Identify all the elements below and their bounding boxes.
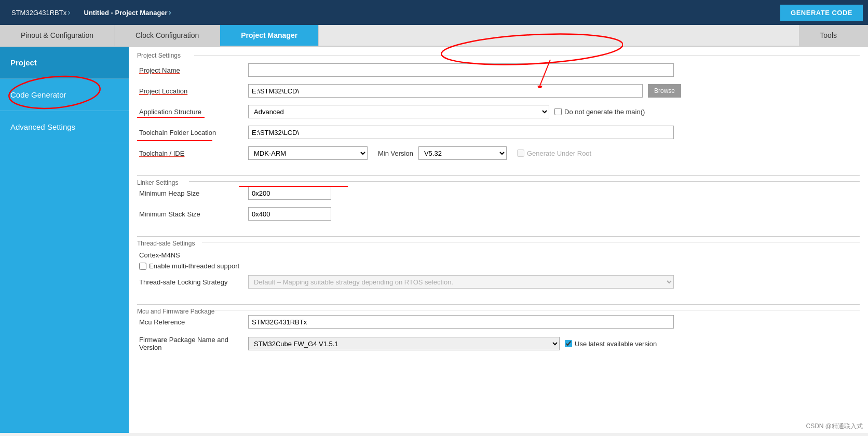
breadcrumb-chip[interactable]: STM32G431RBTx › [5,5,78,20]
thread-settings-label: Thread-safe Settings [137,240,195,247]
tab-project-manager[interactable]: Project Manager [220,25,319,46]
do-not-generate-main-checkbox[interactable] [554,108,562,115]
project-name-row: Project Name [139,63,858,77]
generate-code-button[interactable]: GENERATE CODE [780,5,863,21]
sidebar-item-code-generator[interactable]: Code Generator [0,79,129,111]
browse-button[interactable]: Browse [648,84,681,98]
do-not-generate-main-label[interactable]: Do not generate the main() [554,108,645,116]
tab-tools[interactable]: Tools [799,25,868,46]
generate-under-root-label[interactable]: Generate Under Root [517,149,591,157]
mcu-firmware-label: Mcu and Firmware Package [137,308,214,315]
linker-settings-form: Minimum Heap Size Minimum Stack Size [129,186,868,234]
project-settings-label: Project Settings [137,52,181,59]
project-location-input[interactable] [248,84,643,98]
min-version-select[interactable]: V5.32 V5.29 [418,146,507,160]
toolchain-ide-select[interactable]: MDK-ARM EWARM STM32CubeIDE [248,146,368,160]
min-version-group: Min Version V5.32 V5.29 [378,146,507,160]
use-latest-label[interactable]: Use latest available version [565,340,657,348]
toolchain-ide-row: Toolchain / IDE MDK-ARM EWARM STM32CubeI… [139,146,858,160]
cortex-label: Cortex-M4NS [139,247,858,262]
top-bar: STM32G431RBTx › Untitled - Project Manag… [0,0,868,25]
application-structure-select[interactable]: Advanced Basic [248,105,549,118]
sidebar: Project Code Generator Advanced Settings [0,47,129,433]
min-version-label: Min Version [378,149,413,157]
project-settings-form: Project Name Project Location Browse App… [129,59,868,173]
breadcrumb: STM32G431RBTx › Untitled - Project Manag… [5,5,179,20]
tab-bar: Pinout & Configuration Clock Configurati… [0,25,868,47]
min-heap-label: Minimum Heap Size [139,189,243,197]
application-structure-row: Application Structure Advanced Basic Do … [139,105,858,118]
tab-pinout[interactable]: Pinout & Configuration [0,25,115,46]
toolchain-folder-input[interactable] [248,126,674,139]
min-stack-label: Minimum Stack Size [139,210,243,218]
toolchain-folder-row: Toolchain Folder Location [139,126,858,139]
main-layout: Project Code Generator Advanced Settings… [0,47,868,433]
firmware-package-select[interactable]: STM32Cube FW_G4 V1.5.1 [248,337,560,350]
locking-strategy-row: Thread-safe Locking Strategy Default – M… [139,275,858,289]
mcu-reference-label: Mcu Reference [139,318,243,326]
toolchain-ide-label: Toolchain / IDE [139,149,243,157]
project-name-input[interactable] [248,63,674,77]
firmware-package-label: Firmware Package Name and Version [139,336,243,351]
min-stack-input[interactable] [248,207,331,221]
content-area: Project Settings Project Name Project Lo… [129,47,868,433]
generate-under-root-checkbox[interactable] [517,149,524,157]
tab-clock[interactable]: Clock Configuration [115,25,220,46]
firmware-package-row: Firmware Package Name and Version STM32C… [139,336,858,351]
locking-strategy-label: Thread-safe Locking Strategy [139,278,243,286]
breadcrumb-project[interactable]: Untitled - Project Manager › [78,5,179,20]
application-structure-label: Application Structure [139,108,243,116]
linker-settings-label: Linker Settings [137,179,178,186]
enable-multithreaded-label[interactable]: Enable multi-threaded support [139,262,239,270]
watermark: CSDN @精通联入式 [806,422,863,431]
min-stack-row: Minimum Stack Size [139,207,858,221]
locking-strategy-select[interactable]: Default – Mapping suitable strategy depe… [248,275,674,289]
enable-multithreaded-checkbox[interactable] [139,263,146,270]
thread-settings-form: Cortex-M4NS Enable multi-threaded suppor… [129,247,868,302]
project-name-label: Project Name [139,66,243,74]
min-heap-row: Minimum Heap Size [139,186,858,200]
sidebar-item-project[interactable]: Project [0,47,129,79]
mcu-reference-input[interactable] [248,315,674,329]
project-location-row: Project Location Browse [139,84,858,98]
mcu-reference-row: Mcu Reference [139,315,858,329]
project-location-label: Project Location [139,87,243,95]
sidebar-item-advanced-settings[interactable]: Advanced Settings [0,111,129,143]
enable-multithreaded-row: Enable multi-threaded support [139,262,858,270]
toolchain-folder-label: Toolchain Folder Location [139,129,243,137]
mcu-firmware-form: Mcu Reference Firmware Package Name and … [129,315,868,365]
min-heap-input[interactable] [248,186,331,200]
use-latest-checkbox[interactable] [565,340,572,347]
